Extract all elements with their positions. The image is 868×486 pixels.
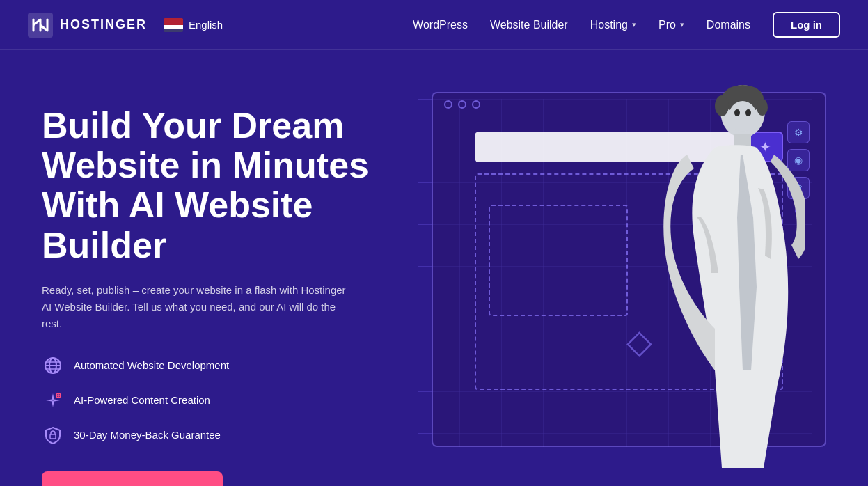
feature-ai-content-label: AI-Powered Content Creation (74, 394, 210, 406)
nav-wordpress[interactable]: WordPress (413, 19, 468, 31)
logo[interactable]: HOSTINGER (28, 13, 147, 38)
feature-ai-content: AI-Powered Content Creation (42, 389, 376, 411)
svg-point-15 (729, 101, 757, 132)
svg-rect-9 (50, 434, 56, 439)
features-list: Automated Website Development AI-Powered… (42, 354, 376, 446)
logo-icon (28, 13, 53, 38)
diamond-decoration-large: ◇ (626, 322, 652, 361)
language-label: English (189, 19, 223, 31)
nav-hosting[interactable]: Hosting ▾ (590, 19, 636, 31)
flag-icon (164, 18, 183, 32)
svg-point-16 (734, 109, 740, 116)
person-figure (652, 78, 805, 468)
nav-website-builder[interactable]: Website Builder (490, 19, 568, 31)
feature-guarantee: 30-Day Money-Back Guarantee (42, 424, 376, 446)
left-panel: Build Your Dream Website in Minutes With… (42, 92, 376, 486)
nav-pro[interactable]: Pro ▾ (658, 19, 684, 31)
shield-icon (42, 424, 64, 446)
browser-dot-1 (444, 100, 452, 109)
main-content: Build Your Dream Website in Minutes With… (0, 50, 868, 486)
feature-guarantee-label: 30-Day Money-Back Guarantee (74, 429, 221, 441)
sparkle-icon (42, 389, 64, 411)
person-svg (652, 78, 805, 468)
pro-chevron: ▾ (680, 20, 684, 29)
svg-point-13 (715, 95, 729, 116)
headline: Build Your Dream Website in Minutes With… (42, 106, 376, 265)
right-panel: ✦ ⚙ ◉ 🗑 ◇ ◇ (404, 85, 826, 447)
svg-point-17 (745, 109, 751, 116)
nav-domains[interactable]: Domains (707, 19, 750, 31)
svg-point-14 (757, 99, 768, 116)
navbar-left: HOSTINGER English (28, 13, 223, 38)
login-button[interactable]: Log in (773, 12, 840, 38)
hosting-chevron: ▾ (632, 20, 636, 29)
navbar: HOSTINGER English WordPress Website Buil… (0, 0, 868, 50)
language-selector[interactable]: English (164, 18, 223, 32)
browser-dot-2 (458, 100, 466, 109)
globe-icon (42, 354, 64, 377)
feature-automated: Automated Website Development (42, 354, 376, 377)
browser-dot-3 (472, 100, 480, 109)
try-for-free-button[interactable]: Try for Free (42, 471, 223, 486)
hero-description: Ready, set, publish – create your websit… (42, 282, 348, 332)
feature-automated-label: Automated Website Development (74, 359, 229, 371)
logo-text: HOSTINGER (60, 17, 147, 32)
selection-box-inner (489, 205, 628, 316)
navbar-nav: WordPress Website Builder Hosting ▾ Pro … (413, 12, 840, 38)
